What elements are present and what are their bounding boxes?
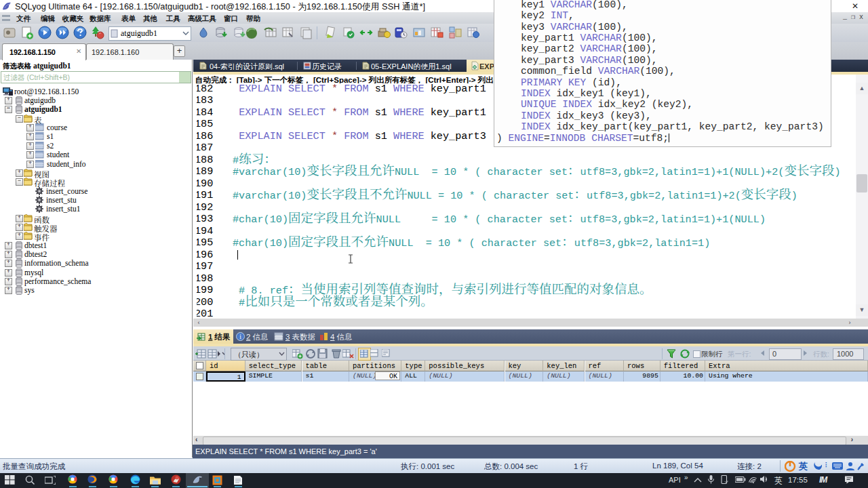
svg-text:i: i (239, 333, 241, 340)
